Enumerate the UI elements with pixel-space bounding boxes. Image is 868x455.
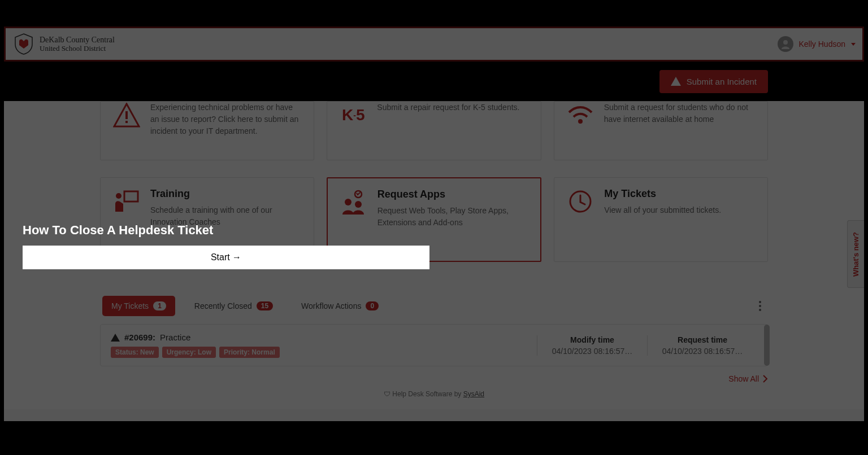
tutorial-start-button[interactable]: Start → — [23, 246, 429, 269]
tutorial-box: How To Close A Helpdesk Ticket Start → — [23, 223, 429, 269]
tutorial-title: How To Close A Helpdesk Ticket — [23, 223, 429, 238]
